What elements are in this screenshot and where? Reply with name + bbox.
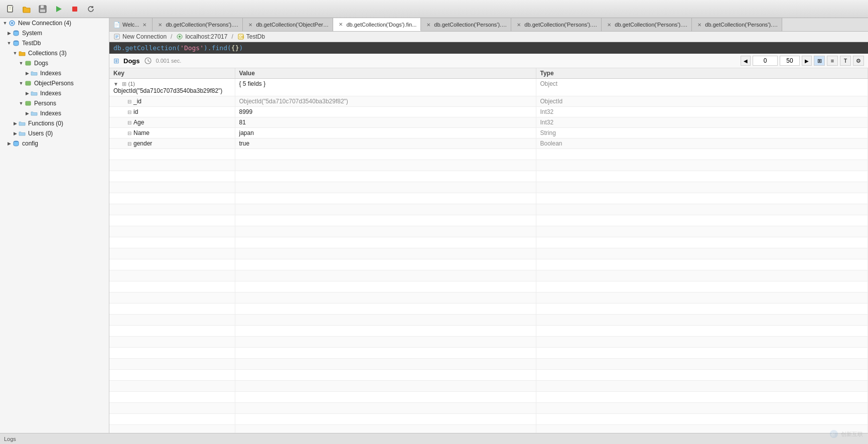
open-file-button[interactable]	[20, 3, 33, 16]
sidebar-item-users[interactable]: Users (0)	[0, 128, 109, 138]
tab-close-objectpersons[interactable]: ✕	[247, 21, 254, 28]
table-row[interactable]: ▼ ⊞ (1) ObjectId("5da710c707d3540ba3b29f…	[109, 79, 868, 96]
tab-persons-find3[interactable]: ✕ db.getCollection('Persons').fin...	[511, 18, 602, 31]
tab-welcome[interactable]: 📄 Welc... ✕	[109, 18, 153, 31]
tab-persons-find1[interactable]: ✕ db.getCollection('Persons').fin...	[153, 18, 243, 31]
sidebar-item-config[interactable]: config	[0, 138, 109, 149]
tab-dogs-find[interactable]: ✕ db.getCollection('Dogs').fin...	[333, 18, 421, 31]
refresh-button[interactable]	[84, 3, 97, 16]
row-icon-id: ⊟	[127, 109, 131, 115]
tab-close-persons4[interactable]: ✕	[606, 21, 613, 28]
expand-arrow-object: ▼	[113, 81, 118, 87]
sidebar-item-objectpersons[interactable]: ObjectPersons	[0, 78, 109, 88]
tab-label-persons1: db.getCollection('Persons').fin...	[166, 22, 238, 28]
table-row-empty	[109, 259, 868, 270]
connection-icon	[8, 19, 16, 27]
table-row[interactable]: ⊟Name japan String	[109, 128, 868, 138]
collection-icon-dogs	[24, 59, 32, 67]
query-bar[interactable]: db.getCollection('Dogs').find({})	[109, 42, 868, 54]
save-file-button[interactable]	[36, 3, 49, 16]
sidebar-label-collections: Collections (3)	[28, 50, 67, 57]
svg-rect-12	[26, 61, 31, 65]
table-row-empty	[109, 403, 868, 414]
tab-close-dogs[interactable]: ✕	[337, 21, 344, 28]
prev-page-button[interactable]: ◀	[741, 56, 751, 66]
table-row-empty	[109, 149, 868, 160]
page-input[interactable]	[753, 56, 778, 66]
table-row[interactable]: ⊟id 8999 Int32	[109, 107, 868, 117]
settings-view-button[interactable]: ⚙	[853, 56, 864, 66]
row-key-name: ⊟Name	[109, 128, 235, 138]
sidebar-item-dogs[interactable]: Dogs	[0, 58, 109, 68]
tab-close-persons2[interactable]: ✕	[425, 21, 432, 28]
stop-button[interactable]	[68, 3, 81, 16]
row-type-age: Int32	[536, 117, 868, 128]
tab-persons-find4[interactable]: ✕ db.getCollection('Persons').fin...	[602, 18, 692, 31]
col-header-value: Value	[235, 68, 536, 79]
tree-arrow-objectpersons	[18, 80, 24, 86]
new-file-button[interactable]	[4, 3, 17, 16]
results-table-icon: ⊞	[113, 57, 119, 65]
tab-label-welcome: Welc...	[122, 22, 139, 28]
tab-close-welcome[interactable]: ✕	[141, 21, 148, 28]
list-view-button[interactable]: ≡	[827, 56, 838, 66]
table-row[interactable]: ⊟gender true Boolean	[109, 138, 868, 149]
row-value-age: 81	[235, 117, 536, 128]
table-row-empty	[109, 381, 868, 392]
tree-arrow-new-connection	[2, 20, 8, 26]
table-row-empty	[109, 226, 868, 237]
col-header-key: Key	[109, 68, 235, 79]
sidebar-item-testdb[interactable]: TestDb	[0, 38, 109, 48]
breadcrumb-db: DB TestDb	[237, 33, 265, 40]
row-num-object: (1)	[128, 81, 135, 87]
sidebar-item-objectpersons-indexes[interactable]: Indexes	[0, 88, 109, 98]
row-type-object: Object	[536, 79, 868, 96]
db-icon-testdb	[12, 39, 20, 47]
breadcrumb-connection: New Connection	[113, 33, 167, 40]
sidebar-item-persons[interactable]: Persons	[0, 98, 109, 108]
table-row-empty	[109, 348, 868, 359]
sidebar-item-persons-indexes[interactable]: Indexes	[0, 108, 109, 118]
tab-persons-find2[interactable]: ✕ db.getCollection('Persons').fin...	[421, 18, 511, 31]
sidebar-label-objectpersons-indexes: Indexes	[40, 90, 61, 97]
grid-view-button[interactable]: ⊞	[814, 56, 825, 66]
svg-text:DB: DB	[239, 35, 244, 39]
next-page-button[interactable]: ▶	[802, 56, 812, 66]
run-button[interactable]	[52, 3, 65, 16]
sidebar-label-persons: Persons	[34, 100, 56, 107]
table-row[interactable]: ⊟Age 81 Int32	[109, 117, 868, 128]
svg-rect-7	[72, 7, 77, 12]
sidebar: New Connection (4) System TestDb	[0, 18, 109, 433]
tab-objectpersons-find[interactable]: ✕ db.getCollection('ObjectPersons').fi..…	[243, 18, 333, 31]
sidebar-label-new-connection: New Connection (4)	[18, 20, 71, 27]
sidebar-item-system[interactable]: System	[0, 28, 109, 38]
tab-close-persons3[interactable]: ✕	[515, 21, 522, 28]
table-row[interactable]: ⊟_id ObjectId("5da710c707d3540ba3b29f82"…	[109, 96, 868, 107]
table-row-empty	[109, 370, 868, 381]
row-type-id: Int32	[536, 107, 868, 117]
tree-arrow-persons-indexes	[24, 110, 30, 116]
row-value-name: japan	[235, 128, 536, 138]
sidebar-item-dogs-indexes[interactable]: Indexes	[0, 68, 109, 78]
breadcrumb-connection-label: New Connection	[122, 33, 167, 40]
tree-arrow-functions	[12, 120, 18, 126]
breadcrumb-db-icon: DB	[237, 33, 244, 40]
row-icon-name: ⊟	[127, 130, 131, 136]
tab-close-persons5[interactable]: ✕	[696, 21, 703, 28]
sidebar-item-collections[interactable]: Collections (3)	[0, 48, 109, 58]
text-view-button[interactable]: T	[840, 56, 851, 66]
results-collection-name: Dogs	[123, 57, 140, 65]
table-row-empty	[109, 204, 868, 215]
table-row-empty	[109, 215, 868, 226]
watermark: 创 创新互联	[829, 429, 863, 439]
tab-icon-welcome: 📄	[113, 22, 120, 28]
clock-icon	[144, 57, 152, 65]
tab-close-persons1[interactable]: ✕	[157, 21, 164, 28]
per-page-input[interactable]	[780, 56, 800, 66]
statusbar-label: Logs	[4, 436, 16, 442]
sidebar-item-new-connection[interactable]: New Connection (4)	[0, 18, 109, 28]
folder-icon-collections	[18, 49, 26, 57]
table-row-empty	[109, 193, 868, 204]
tab-persons-find5[interactable]: ✕ db.getCollection('Persons').fin...	[692, 18, 782, 31]
sidebar-item-functions[interactable]: Functions (0)	[0, 118, 109, 128]
